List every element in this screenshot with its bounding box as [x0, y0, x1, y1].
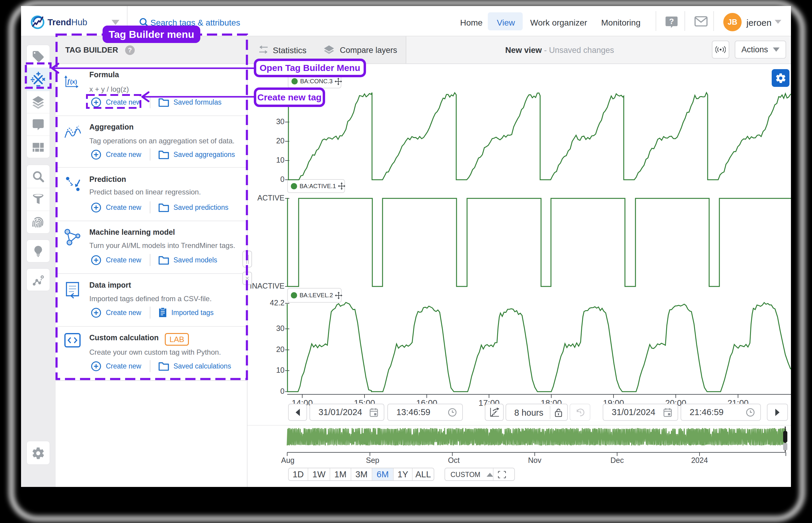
svg-text:?: ?: [669, 17, 674, 26]
svg-text:(x): (x): [70, 78, 77, 85]
